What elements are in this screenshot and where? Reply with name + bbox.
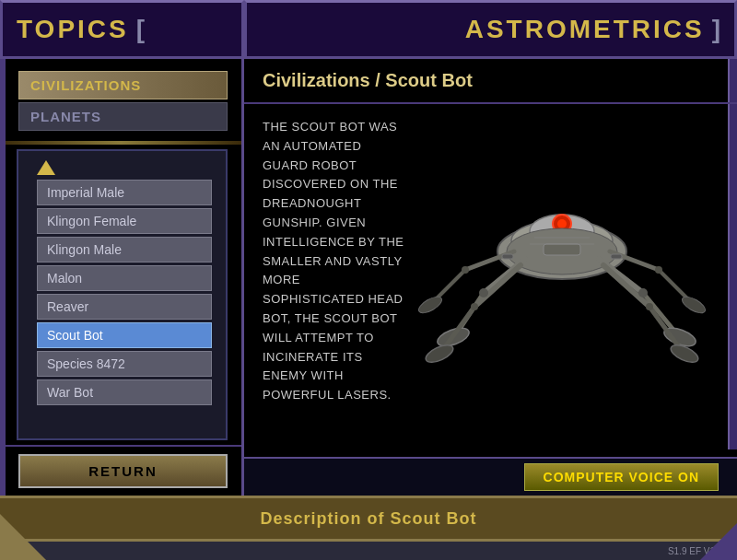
topics-title: TOPICS [17, 15, 129, 44]
version-bar: S1.9 EF V1.20 [0, 542, 737, 560]
breadcrumb: Civilizations / Scout Bot [263, 70, 473, 90]
svg-point-29 [462, 266, 469, 274]
svg-point-27 [471, 303, 478, 310]
svg-line-13 [474, 265, 521, 307]
sidebar-bottom: RETURN [0, 445, 241, 496]
svg-point-21 [416, 294, 444, 316]
list-item-war-bot[interactable]: War Bot [37, 379, 212, 405]
scroll-up-button[interactable] [37, 160, 55, 175]
description-label: Description of Scout Bot [18, 509, 719, 529]
sidebar-left-accent [0, 59, 6, 496]
sidebar-item-planets[interactable]: Planets [18, 102, 228, 131]
svg-line-16 [603, 265, 649, 307]
content-description: THE SCOUT BOT WAS AN AUTOMATED GUARD ROB… [263, 118, 405, 443]
svg-point-24 [680, 294, 708, 316]
astrometrics-title: ASTROMETRICS [465, 15, 705, 44]
svg-point-26 [638, 288, 648, 298]
computer-voice-button[interactable]: COMPUTER VOICE ON [524, 463, 719, 491]
description-bar: Description of Scout Bot [0, 496, 737, 542]
svg-point-30 [655, 266, 662, 274]
scout-bot-svg [415, 122, 709, 371]
sub-item-list: Imperial Male Klingon Female Klingon Mal… [18, 180, 226, 413]
category-section: Civilizations Planets [0, 59, 241, 141]
main-content: Civilizations Planets Imperial Male Klin… [0, 59, 737, 496]
return-button[interactable]: RETURN [18, 454, 228, 488]
topics-header: TOPICS [ [0, 0, 244, 59]
sidebar: Civilizations Planets Imperial Male Klin… [0, 59, 244, 496]
screen: TOPICS [ ASTROMETRICS ] Civilizations Pl… [0, 0, 737, 560]
astrometrics-header: ASTROMETRICS ] [244, 0, 737, 59]
topics-bracket: [ [136, 15, 145, 44]
svg-rect-34 [611, 254, 622, 259]
svg-point-25 [479, 288, 488, 298]
scroll-up-area [18, 156, 226, 180]
bottom-bar: COMPUTER VOICE ON [244, 457, 737, 496]
list-item-scout-bot[interactable]: Scout Bot [37, 322, 212, 348]
robot-image-area [405, 118, 719, 376]
list-item-klingon-female[interactable]: Klingon Female [37, 208, 212, 234]
astrometrics-bracket: ] [712, 15, 720, 44]
sidebar-item-civilizations[interactable]: Civilizations [18, 71, 228, 99]
category-list: Civilizations Planets [0, 64, 241, 141]
header: TOPICS [ ASTROMETRICS ] [0, 0, 737, 59]
svg-point-28 [646, 303, 653, 310]
list-item-malon[interactable]: Malon [37, 265, 212, 291]
list-item-species-8472[interactable]: Species 8472 [37, 351, 212, 377]
content-right: Civilizations / Scout Bot THE SCOUT BOT … [244, 59, 737, 496]
svg-rect-33 [502, 254, 513, 259]
sub-items-container: Imperial Male Klingon Female Klingon Mal… [17, 149, 228, 440]
content-header: Civilizations / Scout Bot [244, 59, 737, 104]
list-item-imperial-male[interactable]: Imperial Male [37, 180, 212, 205]
list-item-klingon-male[interactable]: Klingon Male [37, 237, 212, 262]
svg-rect-6 [544, 244, 580, 255]
gold-divider [0, 141, 241, 145]
svg-point-4 [557, 219, 567, 228]
svg-line-14 [442, 307, 474, 351]
list-item-reaver[interactable]: Reaver [37, 294, 212, 320]
content-body: THE SCOUT BOT WAS AN AUTOMATED GUARD ROB… [244, 104, 737, 457]
content-main-flex: THE SCOUT BOT WAS AN AUTOMATED GUARD ROB… [244, 104, 737, 457]
